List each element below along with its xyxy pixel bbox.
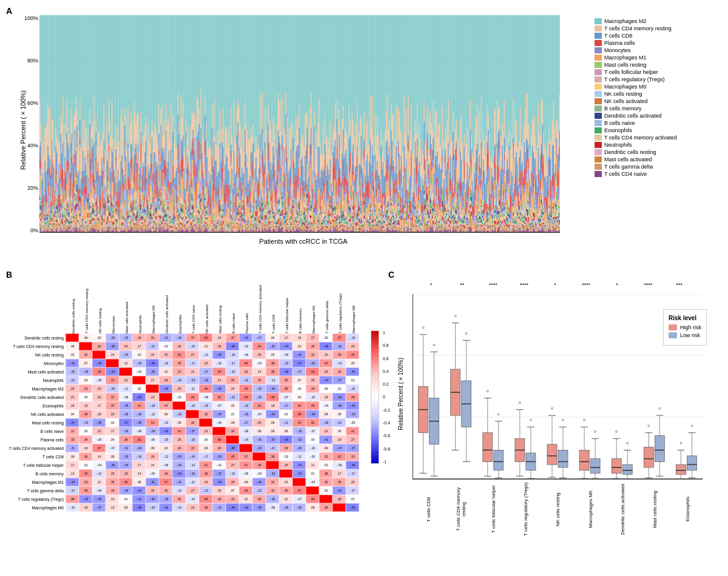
svg-rect-2470	[164, 195, 165, 196]
svg-rect-4540	[269, 206, 270, 207]
svg-rect-3796	[230, 230, 231, 230]
heatmap-cell: .50	[132, 435, 146, 444]
svg-rect-5145	[300, 187, 301, 198]
svg-rect-3597	[220, 217, 221, 218]
svg-rect-7343	[411, 156, 412, 176]
svg-rect-2485	[164, 133, 166, 159]
svg-rect-257	[52, 194, 53, 196]
svg-rect-1557	[116, 227, 118, 228]
svg-rect-3182	[198, 218, 200, 222]
svg-rect-2686	[175, 208, 176, 210]
svg-rect-997	[87, 213, 89, 218]
svg-rect-8215	[455, 194, 456, 196]
svg-rect-8449	[466, 230, 467, 230]
svg-rect-1793	[130, 227, 131, 227]
svg-rect-9829	[536, 209, 537, 216]
svg-rect-5475	[317, 15, 318, 133]
col-header: Monocytes	[107, 279, 120, 333]
svg-rect-4704	[277, 231, 278, 232]
svg-rect-9689	[529, 224, 530, 225]
svg-rect-4835	[284, 205, 285, 209]
svg-rect-1400	[110, 186, 111, 190]
svg-rect-3422	[212, 15, 213, 104]
svg-rect-2935	[187, 193, 188, 204]
svg-rect-67	[42, 197, 44, 206]
svg-rect-158	[47, 216, 48, 217]
svg-rect-4413	[263, 201, 264, 204]
svg-rect-633	[70, 109, 72, 142]
svg-rect-8704	[480, 210, 481, 212]
svg-rect-4833	[284, 203, 285, 204]
high-risk-label: High risk	[680, 324, 701, 330]
svg-rect-3083	[195, 116, 196, 138]
svg-rect-7006	[393, 192, 394, 202]
svg-rect-91	[44, 221, 45, 223]
svg-rect-677	[72, 163, 73, 184]
svg-rect-3653	[223, 196, 224, 197]
svg-rect-5042	[295, 198, 296, 212]
svg-rect-2865	[183, 230, 184, 232]
svg-rect-5310	[307, 211, 308, 215]
svg-rect-852	[81, 226, 82, 227]
svg-rect-2146	[149, 15, 150, 140]
svg-rect-414	[59, 224, 61, 224]
svg-rect-10086	[548, 227, 549, 229]
svg-rect-7716	[430, 197, 431, 198]
svg-rect-9665	[528, 198, 529, 200]
svg-rect-2852	[183, 192, 184, 195]
svg-rect-8983	[494, 230, 495, 232]
svg-rect-2311	[155, 223, 157, 224]
svg-rect-5498	[318, 172, 319, 176]
svg-rect-4837	[284, 213, 285, 213]
svg-rect-8315	[459, 232, 460, 232]
svg-rect-1721	[126, 221, 127, 223]
svg-rect-1086	[92, 173, 93, 181]
svg-rect-8528	[470, 180, 471, 186]
svg-rect-4265	[255, 229, 256, 230]
svg-rect-8681	[479, 207, 480, 209]
svg-rect-7868	[437, 224, 438, 226]
svg-rect-4361	[260, 201, 261, 204]
svg-rect-2792	[180, 213, 181, 216]
svg-rect-9591	[524, 230, 525, 232]
svg-rect-453	[61, 190, 62, 193]
svg-rect-2018	[141, 187, 143, 190]
svg-rect-435	[61, 196, 62, 200]
svg-rect-4983	[291, 229, 292, 232]
svg-rect-8473	[467, 227, 468, 229]
svg-rect-8583	[474, 201, 475, 215]
svg-rect-5449	[314, 195, 315, 199]
svg-rect-9746	[532, 212, 533, 213]
heatmap-cell: .00	[306, 435, 319, 444]
svg-rect-2045	[143, 201, 144, 205]
svg-rect-4292	[257, 216, 258, 221]
heatmap-cell: .32	[199, 410, 212, 418]
svg-rect-8147	[452, 15, 453, 142]
svg-rect-5834	[334, 227, 335, 232]
svg-rect-284	[52, 224, 53, 225]
svg-rect-9168	[504, 210, 505, 215]
svg-rect-5308	[307, 206, 308, 208]
svg-rect-6611	[374, 195, 375, 207]
svg-rect-7235	[405, 229, 406, 230]
svg-rect-362	[56, 227, 58, 229]
svg-rect-4344	[258, 225, 260, 226]
svg-rect-3623	[221, 15, 223, 129]
svg-rect-4506	[267, 230, 268, 231]
svg-rect-1997	[141, 143, 142, 162]
svg-rect-374	[58, 229, 59, 229]
svg-rect-7670	[428, 203, 429, 204]
svg-rect-6598	[372, 218, 374, 219]
svg-rect-5619	[324, 210, 325, 212]
svg-rect-3168	[198, 170, 200, 171]
svg-rect-4967	[291, 184, 292, 196]
svg-rect-6214	[352, 205, 354, 206]
svg-rect-10310	[559, 217, 560, 219]
heatmap-cell: -.44	[346, 367, 359, 376]
svg-rect-9741	[532, 173, 533, 178]
svg-rect-6483	[368, 143, 369, 176]
svg-rect-10268	[557, 223, 558, 225]
svg-rect-1250	[101, 220, 103, 221]
svg-rect-2660	[172, 207, 174, 209]
svg-rect-5141	[298, 228, 300, 232]
